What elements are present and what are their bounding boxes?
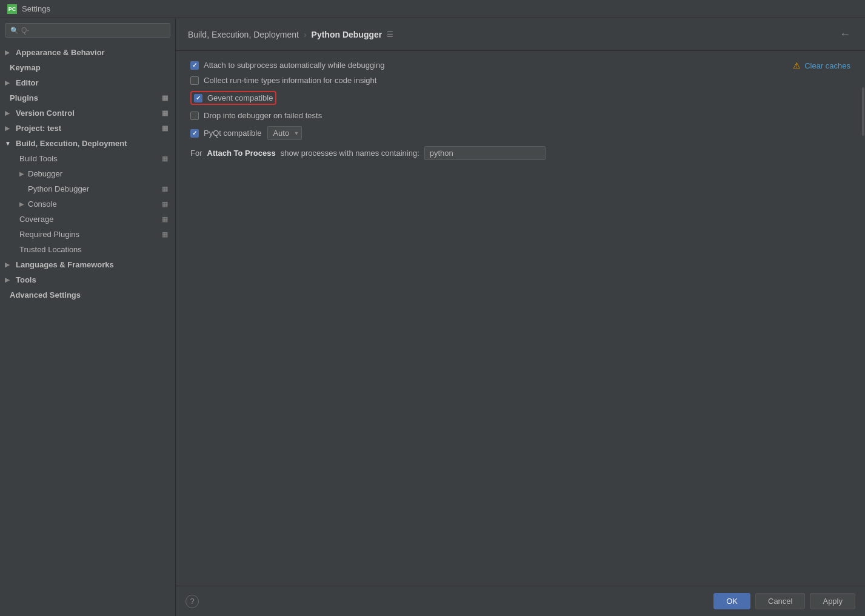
process-input[interactable] <box>424 146 546 160</box>
sidebar-item-editor[interactable]: ▶ Editor <box>0 75 175 90</box>
content-area: ⚠ Clear caches Attach to subprocess auto… <box>176 51 865 586</box>
gevent-highlight-box: Gevent compatible <box>190 91 276 105</box>
sidebar-item-label: Project: test <box>16 124 61 133</box>
grid-icon: ▦ <box>162 185 168 193</box>
sidebar-item-debugger[interactable]: ▶ Debugger <box>0 166 175 181</box>
cancel-button[interactable]: Cancel <box>755 593 805 609</box>
sidebar-item-plugins[interactable]: Plugins ▦ <box>0 90 175 105</box>
checkbox-label: Collect run-time types information for c… <box>204 76 376 85</box>
header-right: ← <box>837 25 853 43</box>
chevron-right-icon: ▶ <box>5 276 13 283</box>
checkbox-icon <box>190 129 199 138</box>
sidebar-nav: ▶ Appearance & Behavior Keymap ▶ Editor … <box>0 42 175 616</box>
checkbox-label: Drop into debugger on failed tests <box>204 111 322 120</box>
chevron-right-icon: ▶ <box>19 170 24 177</box>
help-button[interactable]: ? <box>185 595 199 608</box>
sidebar-item-appearance[interactable]: ▶ Appearance & Behavior <box>0 45 175 60</box>
checkbox-pyqt[interactable]: PyQt compatible <box>190 129 261 138</box>
grid-icon: ▦ <box>162 94 168 102</box>
chevron-right-icon: ▶ <box>5 125 13 132</box>
setting-row-pyqt: PyQt compatible Auto v1 v2 <box>190 126 850 140</box>
sidebar-item-label: Advanced Settings <box>10 290 81 300</box>
checkbox-attach-subprocess[interactable]: Attach to subprocess automatically while… <box>190 61 384 70</box>
sidebar-item-python-debugger[interactable]: Python Debugger ▦ <box>0 181 175 196</box>
sidebar-item-build-tools[interactable]: Build Tools ▦ <box>0 151 175 166</box>
back-button[interactable]: ← <box>837 25 853 43</box>
sidebar-item-required-plugins[interactable]: Required Plugins ▦ <box>0 227 175 242</box>
app-title: Settings <box>22 4 50 13</box>
breadcrumb-menu-icon[interactable]: ☰ <box>387 30 393 39</box>
sidebar-item-languages[interactable]: ▶ Languages & Frameworks <box>0 257 175 272</box>
sidebar-item-label: Version Control <box>16 109 75 118</box>
process-suffix: show processes with names containing: <box>281 149 419 158</box>
process-prefix: For <box>190 149 202 158</box>
sidebar-item-label: Coverage <box>19 215 53 224</box>
setting-row-process: For Attach To Process show processes wit… <box>190 146 850 160</box>
sidebar-item-label: Languages & Frameworks <box>16 260 114 269</box>
apply-button[interactable]: Apply <box>810 593 855 609</box>
checkbox-label: Gevent compatible <box>207 93 273 102</box>
checkbox-gevent[interactable]: Gevent compatible <box>194 93 273 102</box>
title-bar: PC Settings <box>0 0 865 18</box>
sidebar-item-label: Appearance & Behavior <box>16 48 105 57</box>
pyqt-select[interactable]: Auto v1 v2 <box>267 126 302 140</box>
grid-icon: ▦ <box>162 124 168 132</box>
chevron-right-icon: ▶ <box>19 201 24 207</box>
scrollbar-track <box>861 51 865 586</box>
sidebar-item-label: Build Tools <box>19 154 58 163</box>
sidebar-item-project[interactable]: ▶ Project: test ▦ <box>0 121 175 136</box>
setting-row-gevent: Gevent compatible <box>190 91 850 105</box>
sidebar-item-keymap[interactable]: Keymap <box>0 60 175 75</box>
content-header: Build, Execution, Deployment › Python De… <box>176 18 865 51</box>
sidebar-item-label: Console <box>28 199 57 209</box>
sidebar-item-label: Plugins <box>10 93 38 102</box>
checkbox-collect-runtime[interactable]: Collect run-time types information for c… <box>190 76 376 85</box>
sidebar-item-trusted-locations[interactable]: Trusted Locations <box>0 242 175 257</box>
grid-icon: ▦ <box>162 215 168 223</box>
scrollbar-thumb <box>862 87 864 136</box>
grid-icon: ▦ <box>162 109 168 117</box>
setting-row-drop-debugger: Drop into debugger on failed tests <box>190 111 850 120</box>
sidebar-item-label: Trusted Locations <box>19 245 82 254</box>
sidebar-item-label: Editor <box>16 78 39 87</box>
app-icon: PC <box>7 4 17 14</box>
right-panel: Build, Execution, Deployment › Python De… <box>176 18 865 616</box>
sidebar-item-console[interactable]: ▶ Console ▦ <box>0 196 175 212</box>
main-container: 🔍 ▶ Appearance & Behavior Keymap ▶ Edito… <box>0 18 865 616</box>
settings-panel: ⚠ Clear caches Attach to subprocess auto… <box>176 51 865 170</box>
sidebar-item-build-exec[interactable]: ▼ Build, Execution, Deployment <box>0 136 175 151</box>
grid-icon: ▦ <box>162 155 168 162</box>
breadcrumb-separator: › <box>304 30 307 39</box>
process-bold-label: Attach To Process <box>207 149 276 158</box>
checkbox-icon <box>190 112 199 120</box>
checkbox-icon <box>190 76 199 85</box>
sidebar-item-label: Debugger <box>28 169 62 178</box>
checkbox-icon <box>190 61 199 70</box>
search-input[interactable] <box>21 26 165 35</box>
checkbox-drop-debugger[interactable]: Drop into debugger on failed tests <box>190 111 322 120</box>
sidebar-item-label: Required Plugins <box>19 230 79 239</box>
setting-row-collect-runtime: Collect run-time types information for c… <box>190 76 850 85</box>
sidebar-item-label: Keymap <box>10 63 41 72</box>
chevron-right-icon: ▶ <box>5 79 13 86</box>
breadcrumb: Build, Execution, Deployment › Python De… <box>188 30 393 39</box>
ok-button[interactable]: OK <box>713 593 750 609</box>
grid-icon: ▦ <box>162 200 168 208</box>
breadcrumb-part1: Build, Execution, Deployment <box>188 30 299 39</box>
search-box[interactable]: 🔍 <box>5 23 170 38</box>
pyqt-label: PyQt compatible <box>204 129 261 138</box>
sidebar-item-version-control[interactable]: ▶ Version Control ▦ <box>0 105 175 121</box>
chevron-right-icon: ▶ <box>5 110 13 116</box>
chevron-down-icon: ▼ <box>5 140 13 147</box>
sidebar-item-label: Tools <box>16 275 36 284</box>
setting-row-attach-subprocess: Attach to subprocess automatically while… <box>190 61 850 70</box>
checkbox-label: Attach to subprocess automatically while… <box>204 61 384 70</box>
pyqt-select-wrapper: Auto v1 v2 <box>267 126 302 140</box>
chevron-right-icon: ▶ <box>5 49 13 56</box>
bottom-btn-group: OK Cancel Apply <box>713 593 855 609</box>
sidebar-item-advanced[interactable]: Advanced Settings <box>0 287 175 303</box>
checkbox-icon <box>194 94 202 102</box>
sidebar-item-tools[interactable]: ▶ Tools <box>0 272 175 287</box>
bottom-bar: ? OK Cancel Apply <box>176 586 865 616</box>
sidebar-item-coverage[interactable]: Coverage ▦ <box>0 212 175 227</box>
